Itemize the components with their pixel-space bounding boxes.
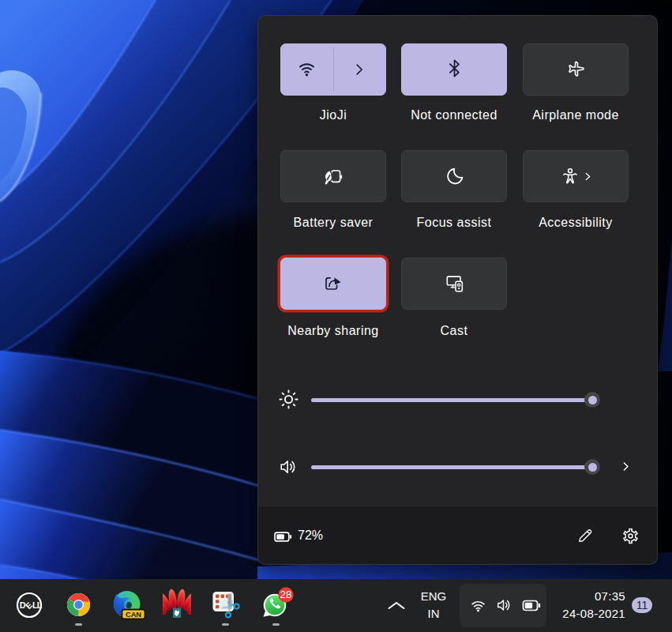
svg-text:CAN: CAN [126,611,141,619]
svg-text:28: 28 [280,589,291,600]
svg-text:LL: LL [32,600,43,610]
